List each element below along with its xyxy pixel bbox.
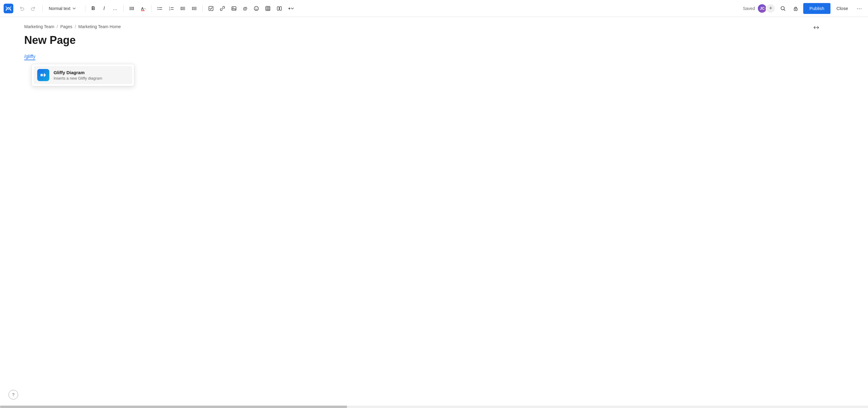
svg-rect-37 — [40, 74, 43, 76]
more-formatting-button[interactable]: … — [110, 3, 120, 14]
text-color-icon: A — [141, 6, 146, 11]
task-icon — [208, 6, 214, 11]
svg-marker-38 — [44, 73, 46, 77]
suggestion-text: Gliffy Diagram Inserts a new Gliffy diag… — [54, 70, 102, 81]
text-color-button[interactable]: A — [138, 3, 148, 14]
lock-button[interactable] — [790, 3, 801, 14]
redo-button[interactable] — [28, 3, 38, 14]
toolbar: Normal text B I … A 1.2. — [0, 0, 868, 17]
align-button[interactable] — [126, 3, 137, 14]
suggestion-description: Inserts a new Gliffy diagram — [54, 76, 102, 81]
indent-button[interactable] — [189, 3, 199, 14]
breadcrumb-container: Marketing Team / Pages / Marketing Team … — [24, 17, 844, 34]
numbered-list-icon: 1.2. — [168, 6, 174, 11]
columns-button[interactable] — [274, 3, 284, 14]
more-options-button[interactable]: ⋯ — [854, 3, 864, 14]
breadcrumb-sep-1: / — [57, 24, 58, 29]
svg-rect-0 — [4, 4, 13, 13]
app-logo[interactable] — [4, 4, 13, 13]
svg-text:2.: 2. — [169, 8, 171, 11]
svg-text:A: A — [141, 6, 144, 11]
svg-point-36 — [795, 9, 796, 10]
svg-point-22 — [233, 7, 234, 8]
help-button[interactable]: ? — [8, 390, 18, 400]
lock-icon — [793, 6, 798, 11]
outdent-button[interactable] — [178, 3, 188, 14]
svg-point-25 — [257, 7, 257, 8]
text-style-label: Normal text — [49, 6, 70, 11]
insert-more-button[interactable]: + — [286, 3, 296, 14]
svg-point-23 — [254, 6, 258, 10]
saved-status: Saved — [743, 6, 755, 11]
expand-width-button[interactable] — [813, 24, 819, 31]
task-button[interactable] — [206, 3, 216, 14]
breadcrumb-sep-2: / — [75, 24, 76, 29]
publish-button[interactable]: Publish — [803, 3, 830, 14]
breadcrumb-pages[interactable]: Pages — [60, 24, 72, 29]
bullet-list-button[interactable] — [155, 3, 165, 14]
divider-4 — [151, 5, 152, 12]
svg-point-7 — [158, 9, 159, 10]
scrollbar-track[interactable] — [0, 406, 868, 408]
link-button[interactable] — [217, 3, 227, 14]
svg-rect-32 — [280, 7, 281, 10]
divider-1 — [42, 5, 43, 12]
breadcrumb-team[interactable]: Marketing Team — [24, 24, 54, 29]
gliffy-icon — [37, 69, 49, 81]
undo-button[interactable] — [17, 3, 27, 14]
svg-rect-21 — [232, 7, 236, 10]
expand-icon — [813, 24, 819, 31]
svg-point-24 — [255, 7, 256, 8]
link-icon — [220, 6, 225, 11]
suggestion-title: Gliffy Diagram — [54, 70, 102, 75]
columns-icon — [277, 6, 282, 11]
scrollbar-thumb[interactable] — [0, 406, 347, 408]
bullet-list-icon — [157, 6, 162, 11]
page-title[interactable]: New Page — [24, 34, 844, 46]
breadcrumb-home[interactable]: Marketing Team Home — [79, 24, 121, 29]
search-button[interactable] — [778, 3, 788, 14]
slash-command-text[interactable]: /gliffy — [24, 54, 35, 60]
add-collaborator-button[interactable]: + — [766, 4, 775, 13]
plus-arrow-icon — [291, 7, 294, 10]
close-button[interactable]: Close — [833, 3, 851, 14]
svg-rect-31 — [277, 7, 279, 10]
gliffy-suggestion-item[interactable]: Gliffy Diagram Inserts a new Gliffy diag… — [34, 66, 132, 84]
emoji-icon — [254, 6, 259, 11]
italic-button[interactable]: I — [99, 3, 109, 14]
svg-point-33 — [781, 6, 784, 10]
breadcrumb: Marketing Team / Pages / Marketing Team … — [24, 17, 844, 34]
emoji-button[interactable] — [251, 3, 261, 14]
undo-redo-group — [17, 3, 38, 14]
svg-rect-20 — [209, 6, 213, 10]
bold-button[interactable]: B — [88, 3, 98, 14]
indent-icon — [192, 6, 197, 11]
text-style-select[interactable]: Normal text — [46, 3, 82, 14]
search-icon — [780, 6, 786, 11]
table-button[interactable] — [263, 3, 273, 14]
numbered-list-button[interactable]: 1.2. — [166, 3, 177, 14]
outdent-icon — [180, 6, 186, 11]
table-icon — [265, 6, 271, 11]
svg-point-6 — [158, 7, 159, 8]
page-content: Marketing Team / Pages / Marketing Team … — [0, 17, 868, 408]
toolbar-right: Saved JC + Publish Close ⋯ — [743, 3, 864, 14]
svg-rect-5 — [141, 10, 145, 11]
image-button[interactable] — [229, 3, 239, 14]
avatar-group: JC + — [757, 4, 775, 13]
align-icon — [129, 6, 134, 11]
divider-5 — [203, 5, 203, 12]
divider-2 — [85, 5, 85, 12]
chevron-down-icon — [72, 7, 76, 10]
mention-button[interactable]: @ — [240, 3, 250, 14]
svg-line-34 — [784, 9, 785, 10]
svg-rect-26 — [266, 6, 270, 10]
suggestion-dropdown: Gliffy Diagram Inserts a new Gliffy diag… — [31, 64, 134, 86]
image-icon — [231, 6, 237, 11]
